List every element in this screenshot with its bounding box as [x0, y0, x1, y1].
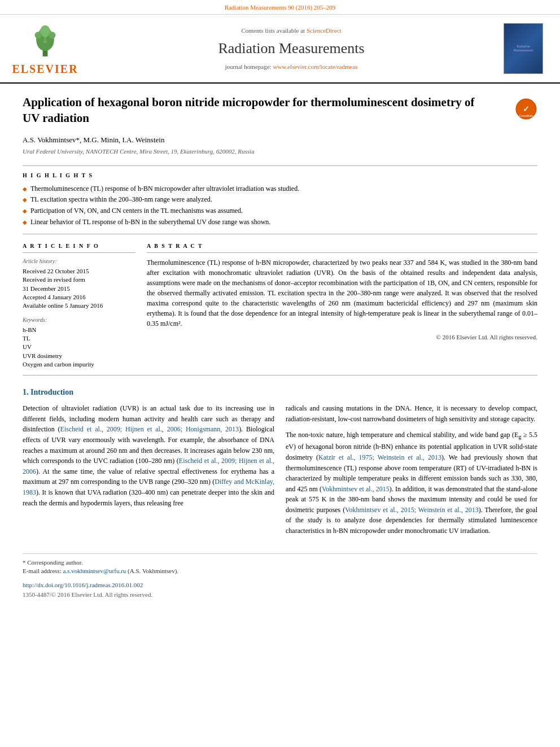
email-link[interactable]: a.s.vokhmintsev@urfu.ru [63, 567, 126, 574]
svg-point-6 [35, 32, 42, 39]
ref-eischeid-2009[interactable]: Eischeid et al., 2009; Hijnen et al., 20… [60, 425, 239, 433]
journal-cover-image: RadiationMeasurements [504, 23, 549, 74]
keyword: UV [23, 343, 135, 351]
article-body: Application of hexagonal boron nitride m… [0, 84, 560, 610]
divider-1 [23, 165, 537, 166]
svg-text:✓: ✓ [523, 105, 530, 113]
keyword: h-BN [23, 326, 135, 334]
introduction-section: 1. Introduction Detection of ultraviolet… [23, 387, 537, 542]
keywords-section: Keywords: h-BN TL UV UVR dosimetry Oxyge… [23, 316, 135, 369]
bullet-icon: ◆ [23, 196, 27, 204]
journal-cover-thumbnail: RadiationMeasurements [504, 23, 543, 74]
highlight-item: ◆ Participation of VN, ON, and CN center… [23, 206, 537, 216]
article-title-section: Application of hexagonal boron nitride m… [23, 95, 537, 130]
abstract-text: Thermoluminescence (TL) response of h-BN… [147, 257, 537, 329]
footnote-section: * Corresponding author. E-mail address: … [23, 553, 537, 599]
bullet-icon: ◆ [23, 219, 27, 226]
journal-citation: Radiation Measurements 90 (2016) 205–209 [225, 4, 336, 11]
article-info-abstract: A R T I C L E I N F O Article history: R… [23, 242, 537, 369]
elsevier-wordmark: ELSEVIER [12, 61, 78, 77]
highlights-list: ◆ Thermoluminescence (TL) response of h-… [23, 184, 537, 227]
keyword: TL [23, 334, 135, 343]
highlight-item: ◆ Linear behavior of TL response of h-BN… [23, 217, 537, 227]
bullet-icon: ◆ [23, 207, 27, 215]
divider-3 [23, 375, 537, 375]
doi-link[interactable]: http://dx.doi.org/10.1016/j.radmeas.2016… [23, 582, 143, 588]
available-date: Available online 5 January 2016 [23, 302, 135, 310]
intro-paragraph-2: radicals and causing mutations in the DN… [286, 403, 537, 424]
ref-vokhmintsev-2015[interactable]: Vokhmintsev et al., 2015 [322, 485, 390, 493]
highlight-item: ◆ TL excitation spectra within the 200–3… [23, 195, 537, 204]
journal-header-center: Contents lists available at ScienceDirec… [85, 27, 498, 71]
ref-katzir[interactable]: Katzir et al., 1975; Weinstein et al., 2… [318, 453, 441, 461]
journal-homepage: journal homepage: www.elsevier.com/locat… [85, 63, 498, 71]
abstract-heading: A B S T R A C T [147, 242, 537, 253]
affiliation: Ural Federal University, NANOTECH Centre… [23, 147, 537, 156]
issn-line: 1350-4487/© 2016 Elsevier Ltd. All right… [23, 591, 537, 599]
corresponding-note: * Corresponding author. [23, 558, 537, 567]
intro-paragraph-1: Detection of ultraviolet radiation (UVR)… [23, 403, 274, 508]
ref-vokhmintsev-weinstein[interactable]: Vokhmintsev et al., 2015; Weinstein et a… [345, 506, 478, 514]
bullet-icon: ◆ [23, 185, 27, 193]
sciencedirect-link: Contents lists available at ScienceDirec… [85, 27, 498, 35]
authors: A.S. Vokhmintsev*, M.G. Minin, I.A. Wein… [23, 135, 537, 145]
article-info-heading: A R T I C L E I N F O [23, 242, 135, 253]
email-line: E-mail address: a.s.vokhmintsev@urfu.ru … [23, 567, 537, 575]
elsevier-logo-section: ELSEVIER [11, 20, 79, 77]
article-title: Application of hexagonal boron nitride m… [23, 95, 485, 126]
journal-title: Radiation Measurements [85, 38, 498, 59]
article-history: Article history: Received 22 October 201… [23, 257, 135, 311]
intro-paragraph-3: The non-toxic nature, high temperature a… [286, 430, 537, 536]
intro-col-2: radicals and causing mutations in the DN… [286, 403, 537, 541]
accepted-date: Accepted 4 January 2016 [23, 293, 135, 302]
journal-header: ELSEVIER Contents lists available at Sci… [0, 15, 560, 84]
revised-date: 31 December 2015 [23, 285, 135, 293]
copyright: © 2016 Elsevier Ltd. All rights reserved… [147, 333, 537, 342]
svg-text:CrossMark: CrossMark [519, 114, 533, 117]
ref-diffey[interactable]: Diffey and McKinlay, 1983 [23, 478, 274, 496]
homepage-link[interactable]: www.elsevier.com/locate/radmeas [273, 63, 357, 70]
intro-col-1: Detection of ultraviolet radiation (UVR)… [23, 403, 274, 541]
abstract-column: A B S T R A C T Thermoluminescence (TL) … [147, 242, 537, 369]
top-bar: Radiation Measurements 90 (2016) 205–209 [0, 0, 560, 15]
elsevier-tree-icon [25, 20, 65, 60]
article-info-column: A R T I C L E I N F O Article history: R… [23, 242, 135, 369]
keyword: Oxygen and carbon impurity [23, 360, 135, 369]
history-label: Article history: [23, 257, 135, 265]
highlight-item: ◆ Thermoluminescence (TL) response of h-… [23, 184, 537, 194]
highlights-section: H I G H L I G H T S ◆ Thermoluminescence… [23, 172, 537, 227]
keyword: UVR dosimetry [23, 352, 135, 360]
keywords-label: Keywords: [23, 316, 135, 324]
svg-point-7 [49, 32, 55, 39]
highlights-heading: H I G H L I G H T S [23, 172, 537, 180]
svg-point-3 [40, 25, 50, 37]
intro-body: Detection of ultraviolet radiation (UVR)… [23, 403, 537, 541]
intro-heading: 1. Introduction [23, 387, 537, 398]
divider-2 [23, 234, 537, 234]
received-date: Received 22 October 2015 [23, 267, 135, 276]
footer-links: http://dx.doi.org/10.1016/j.radmeas.2016… [23, 580, 537, 590]
sciencedirect-anchor[interactable]: ScienceDirect [307, 27, 342, 34]
revised-label: Received in revised form [23, 276, 135, 284]
crossmark-badge: ✓ CrossMark [515, 98, 537, 120]
ref-eischeid-hijnen[interactable]: Eischeid et al., 2009; Hijnen et al., 20… [23, 457, 274, 475]
